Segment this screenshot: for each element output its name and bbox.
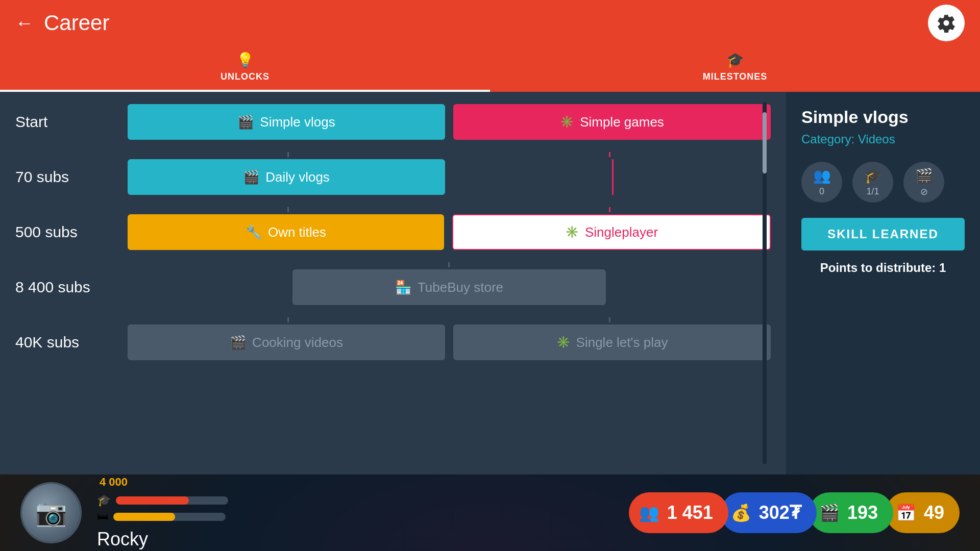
simple-games-icon: ✳️	[560, 115, 574, 129]
row-skills-70subs: 🎬 Daily vlogs	[128, 159, 771, 195]
career-row-8400subs: 8 400 subs 🏪 TubeBuy store	[15, 267, 771, 307]
unlocks-icon: 💡	[236, 52, 254, 68]
main-content: Start 🎬 Simple vlogs ✳️ Simple games	[0, 92, 980, 474]
milestones-panel-icon: 🎓	[864, 167, 882, 184]
panel-icons-row: 👥 0 🎓 1/1 🎬 ⊘	[801, 162, 965, 203]
row-label-70subs: 70 subs	[15, 168, 128, 186]
stat-subscribers: 👥 1 451	[629, 492, 728, 533]
simple-vlogs-label: Simple vlogs	[260, 114, 335, 130]
career-row-start: Start 🎬 Simple vlogs ✳️ Simple games	[15, 102, 771, 142]
settings-button[interactable]	[928, 5, 965, 41]
skill-simple-vlogs[interactable]: 🎬 Simple vlogs	[128, 104, 445, 140]
tab-bar: 💡 UNLOCKS 🎓 MILESTONES	[0, 46, 980, 92]
skill-own-titles[interactable]: 🔧 Own titles	[128, 214, 444, 250]
scroll-indicator	[763, 102, 767, 464]
daily-vlogs-icon: 🎬	[243, 169, 259, 185]
row-label-40ksubs: 40K subs	[15, 334, 128, 351]
panel-category: Category: Videos	[801, 132, 965, 146]
xp-bar-fill-orange	[116, 496, 189, 505]
career-row-40ksubs: 40K subs 🎬 Cooking videos ✳️ Single let'…	[15, 322, 771, 362]
xp-value: 4 000	[100, 475, 228, 489]
xp-bar-fill-yellow	[113, 513, 175, 521]
panel-icon-milestones: 🎓 1/1	[852, 162, 893, 203]
career-tree: Start 🎬 Simple vlogs ✳️ Simple games	[0, 92, 786, 474]
row-label-8400subs: 8 400 subs	[15, 279, 128, 296]
skill-cooking-videos[interactable]: 🎬 Cooking videos	[128, 324, 445, 360]
xp-icon-orange: 🎓	[97, 494, 111, 507]
xp-bar-bg-orange	[116, 496, 228, 505]
calendar-stat-icon: 📅	[896, 503, 916, 522]
avatar-inner: 📷	[22, 484, 80, 542]
points-value: 1	[939, 261, 946, 274]
skill-single-lets-play[interactable]: ✳️ Single let's play	[453, 324, 771, 360]
daily-vlogs-label: Daily vlogs	[265, 169, 330, 185]
row-skills-8400subs: 🏪 TubeBuy store	[128, 269, 771, 305]
player-name: Rocky	[97, 529, 228, 550]
singleplayer-icon: ✳️	[565, 226, 579, 239]
simple-games-label: Simple games	[580, 114, 664, 130]
xp-bars: 🎓 🛏	[97, 494, 228, 523]
page-title: Career	[44, 11, 109, 35]
stats-row: 👥 1 451 💰 302₮ 🎬 193 📅 49	[636, 492, 960, 533]
side-panel: Simple vlogs Category: Videos 👥 0 🎓 1/1 …	[786, 92, 980, 474]
single-lets-play-icon: ✳️	[556, 336, 570, 349]
stat-calendar: 📅 49	[886, 492, 960, 533]
career-row-70subs: 70 subs 🎬 Daily vlogs	[15, 157, 771, 197]
milestones-icon: 🎓	[726, 52, 744, 68]
bottom-bar: 📷 4 000 🎓 🛏 Rocky 👥 1 451 💰	[0, 474, 980, 551]
stat-videos: 🎬 193	[809, 492, 893, 533]
own-titles-icon: 🔧	[246, 224, 262, 240]
xp-row-orange: 🎓	[97, 494, 228, 507]
milestones-value: 1/1	[866, 186, 879, 197]
skill-singleplayer[interactable]: ✳️ Singleplayer	[452, 214, 771, 250]
career-row-500subs: 500 subs 🔧 Own titles ✳️ Singleplayer	[15, 212, 771, 252]
stat-currency: 💰 302₮	[721, 492, 817, 533]
unlocks-label: UNLOCKS	[220, 71, 270, 82]
panel-icon-video: 🎬 ⊘	[903, 162, 944, 203]
tubebuy-icon: 🏪	[395, 280, 411, 295]
row-skills-start: 🎬 Simple vlogs ✳️ Simple games	[128, 104, 771, 140]
back-button[interactable]: ←	[15, 12, 34, 34]
single-lets-play-label: Single let's play	[576, 335, 668, 350]
own-titles-label: Own titles	[268, 224, 326, 240]
panel-icon-subscribers: 👥 0	[801, 162, 842, 203]
tubebuy-label: TubeBuy store	[418, 280, 503, 295]
row-skills-40ksubs: 🎬 Cooking videos ✳️ Single let's play	[128, 324, 771, 360]
singleplayer-label: Singleplayer	[585, 224, 658, 240]
header: ← Career	[0, 0, 980, 46]
xp-row-yellow: 🛏	[97, 510, 228, 523]
currency-stat-icon: 💰	[731, 503, 751, 522]
simple-vlogs-icon: 🎬	[237, 114, 254, 130]
skill-simple-games[interactable]: ✳️ Simple games	[453, 104, 771, 140]
cooking-videos-icon: 🎬	[230, 335, 246, 350]
calendar-stat-value: 49	[924, 502, 944, 523]
scroll-thumb[interactable]	[763, 112, 767, 173]
header-left: ← Career	[15, 11, 109, 35]
video-value: ⊘	[920, 186, 928, 197]
currency-stat-value: 302₮	[759, 502, 801, 523]
tab-underline	[0, 90, 490, 92]
subscribers-stat-icon: 👥	[639, 503, 659, 522]
row-label-500subs: 500 subs	[15, 223, 128, 241]
points-to-distribute: Points to distribute: 1	[801, 261, 965, 275]
subscribers-icon: 👥	[813, 167, 831, 184]
videos-stat-icon: 🎬	[819, 503, 840, 522]
row-skills-500subs: 🔧 Own titles ✳️ Singleplayer	[128, 214, 771, 250]
avatar: 📷	[20, 482, 82, 543]
skill-tubebuy-store[interactable]: 🏪 TubeBuy store	[292, 269, 606, 305]
player-info: 4 000 🎓 🛏 Rocky	[97, 475, 228, 550]
videos-stat-value: 193	[847, 502, 878, 523]
video-icon: 🎬	[915, 167, 933, 184]
skill-daily-vlogs[interactable]: 🎬 Daily vlogs	[128, 159, 445, 195]
xp-icon-yellow: 🛏	[97, 510, 108, 523]
skill-learned-button[interactable]: SKILL LEARNED	[801, 218, 965, 251]
row-label-start: Start	[15, 113, 128, 131]
xp-bar-bg-yellow	[113, 513, 226, 521]
tab-milestones[interactable]: 🎓 MILESTONES	[490, 52, 980, 86]
panel-title: Simple vlogs	[801, 107, 965, 127]
subscribers-value: 0	[819, 186, 824, 197]
cooking-videos-label: Cooking videos	[252, 335, 343, 350]
tab-unlocks[interactable]: 💡 UNLOCKS	[0, 52, 490, 86]
subscribers-stat-value: 1 451	[667, 502, 713, 523]
milestones-label: MILESTONES	[703, 71, 768, 82]
